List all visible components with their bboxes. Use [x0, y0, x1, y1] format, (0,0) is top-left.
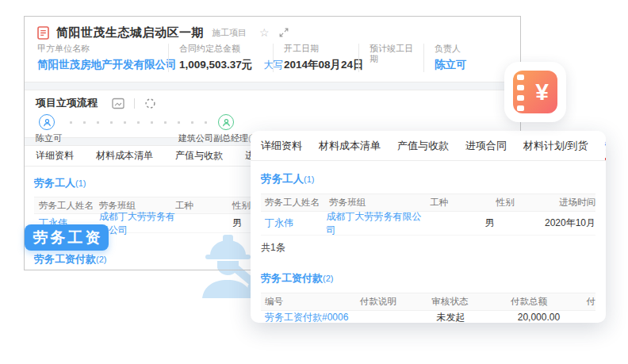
entry-date: 2020年10月	[545, 216, 595, 230]
field-label: 开工日期	[284, 44, 349, 54]
tab-incoming-contract[interactable]: 进项合同	[465, 131, 507, 160]
expand-icon[interactable]	[279, 28, 289, 37]
flow-start-avatar	[39, 114, 55, 130]
yuan-ledger-icon: ¥	[513, 71, 557, 113]
yen-symbol: ¥	[527, 71, 557, 113]
tab-output-collection[interactable]: 产值与收款	[397, 131, 449, 160]
page: 简阳世茂生态城启动区一期 施工项目 ☆ 甲方单位名称 简阳世茂房地产开发有限公司…	[0, 0, 628, 364]
tab-material-plan[interactable]: 材料计划/到货	[523, 131, 588, 160]
field-manager: 负责人 陈立可	[423, 44, 507, 72]
worker-team-link[interactable]: 成都丁大劳劳务有限公司	[99, 210, 175, 237]
field-start-date: 开工日期 2014年08月24日	[273, 44, 358, 72]
dashed-circle-icon[interactable]	[144, 98, 156, 109]
tab-material-cost[interactable]: 材料成本清单	[96, 149, 153, 163]
project-type-tag: 施工项目	[212, 27, 247, 39]
window-title-row: 简阳世茂生态城启动区一期 施工项目 ☆	[25, 17, 520, 44]
tab-material-cost[interactable]: 材料成本清单	[319, 131, 381, 160]
field-label: 预计竣工日期	[370, 44, 414, 64]
table-row: 劳务工资付款#0006 未发起 20,000.00	[261, 311, 595, 323]
table-header-row: 编号 付款说明 审核状态 付款总额 付	[261, 293, 595, 311]
field-owner: 甲方单位名称 简阳世茂房地产开发有限公司	[37, 44, 168, 72]
project-title: 简阳世茂生态城启动区一期	[56, 25, 204, 40]
table-header-row: 劳务工人姓名 劳务班组 工种 性别 进场时间	[261, 193, 595, 212]
icon-divider	[134, 98, 135, 109]
payments-table: 编号 付款说明 审核状态 付款总额 付 劳务工资付款#0006 未发起 20,0…	[261, 293, 595, 323]
flowchart-preview-icon[interactable]	[112, 98, 124, 109]
payments-heading: 劳务工资付款(2)	[261, 271, 595, 285]
field-label: 合同约定总金额	[179, 44, 263, 54]
yuan-ledger-icon-card: ¥	[504, 62, 566, 122]
panel-tabs: 详细资料 材料成本清单 产值与收款 进项合同 材料计划/到货 劳务工人	[251, 131, 606, 161]
labor-panel: 详细资料 材料成本清单 产值与收款 进项合同 材料计划/到货 劳务工人 劳务工人…	[251, 131, 606, 323]
start-date: 2014年08月24日	[284, 58, 349, 72]
tab-output-collection[interactable]: 产值与收款	[175, 149, 223, 163]
worker-team-link[interactable]: 成都丁大劳劳务有限公司	[326, 210, 422, 237]
approval-flow-header: 项目立项流程	[36, 94, 509, 112]
owner-link[interactable]: 简阳世茂房地产开发有限公司	[37, 58, 159, 72]
project-fields: 甲方单位名称 简阳世茂房地产开发有限公司 合同约定总金额 1,009,503.3…	[25, 44, 520, 82]
panel-content: 劳务工人(1) 劳务工人姓名 劳务班组 工种 性别 进场时间 丁永伟 成都丁大劳…	[251, 172, 606, 323]
field-label: 负责人	[435, 44, 498, 54]
tab-labor-workers[interactable]: 劳务工人	[605, 131, 606, 160]
field-contract-amount: 合同约定总金额 1,009,503.37元大写	[168, 44, 273, 72]
star-icon[interactable]: ☆	[259, 26, 270, 39]
field-expected-finish-date: 预计竣工日期	[358, 44, 423, 72]
total-count: 共1条	[261, 242, 595, 254]
labor-wage-callout: 劳务工资	[25, 224, 109, 251]
section-divider	[25, 82, 520, 90]
workers-heading: 劳务工人(1)	[261, 172, 595, 186]
document-icon	[37, 26, 49, 40]
payment-amount: 20,000.00	[518, 312, 595, 323]
worker-name-link[interactable]: 丁永伟	[265, 216, 326, 230]
flow-end-avatar	[218, 114, 234, 130]
workers-table: 劳务工人姓名 劳务班组 工种 性别 进场时间 丁永伟 成都丁大劳劳务有限公司 男…	[261, 193, 595, 236]
flow-connector-dots	[64, 121, 213, 124]
payment-status: 未发起	[436, 311, 517, 324]
field-label: 甲方单位名称	[37, 44, 159, 54]
payment-id-link[interactable]: 劳务工资付款#0006	[265, 311, 362, 324]
manager-link[interactable]: 陈立可	[435, 58, 498, 72]
contract-amount: 1,009,503.37元大写	[179, 58, 263, 72]
flow-title: 项目立项流程	[36, 96, 98, 110]
table-row: 丁永伟 成都丁大劳劳务有限公司 男 2020年10月	[261, 212, 595, 236]
tab-details[interactable]: 详细资料	[261, 131, 302, 160]
tab-details[interactable]: 详细资料	[36, 149, 74, 163]
flow-start-name: 陈立可	[36, 132, 62, 144]
